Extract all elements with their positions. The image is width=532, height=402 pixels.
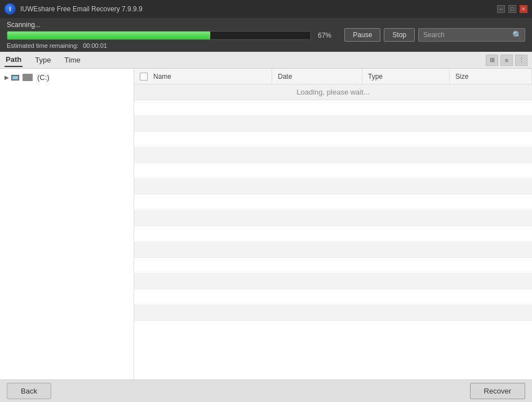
column-tabs: Path Type Time ⊞ ≡ ⋮	[0, 52, 532, 69]
table-row	[134, 289, 532, 305]
table-row	[134, 305, 532, 321]
app-logo: I	[5, 3, 16, 15]
size-column-header[interactable]: Size	[450, 69, 532, 84]
tab-type[interactable]: Type	[34, 53, 52, 66]
main-content: ▶ (C:) Name Date Type Size Loading, plea…	[0, 69, 532, 379]
loading-row: Loading, please wait...	[134, 84, 532, 100]
size-col-label: Size	[455, 73, 468, 81]
view-controls: ⊞ ≡ ⋮	[486, 55, 527, 66]
maximize-button[interactable]: □	[508, 5, 516, 13]
title-bar-left: I IUWEshare Free Email Recovery 7.9.9.9	[5, 3, 143, 15]
list-view-button[interactable]: ≡	[500, 55, 513, 66]
table-row	[134, 132, 532, 148]
toolbar: Scanning... 67% Estimated time remaining…	[0, 18, 532, 52]
scan-info: Scanning... 67% Estimated time remaining…	[7, 21, 338, 49]
detail-view-button[interactable]: ⋮	[515, 55, 527, 66]
table-row	[134, 226, 532, 242]
table-row	[134, 163, 532, 179]
stop-button[interactable]: Stop	[384, 28, 415, 42]
expand-arrow: ▶	[5, 74, 9, 81]
time-remaining: 00:00:01	[83, 42, 107, 49]
table-row	[134, 116, 532, 132]
recover-button[interactable]: Recover	[470, 383, 525, 399]
drive-item[interactable]: ▶ (C:)	[0, 71, 134, 84]
pause-button[interactable]: Pause	[344, 28, 380, 42]
search-input[interactable]	[418, 28, 525, 42]
right-panel: Name Date Type Size Loading, please wait…	[134, 69, 532, 379]
minimize-button[interactable]: –	[497, 5, 505, 13]
empty-rows-container	[134, 100, 532, 321]
progress-bar	[7, 31, 311, 40]
search-wrapper: 🔍	[418, 28, 525, 42]
table-row	[134, 211, 532, 226]
table-row	[134, 258, 532, 274]
table-row	[134, 148, 532, 163]
table-row	[134, 179, 532, 195]
app-title: IUWEshare Free Email Recovery 7.9.9.9	[20, 5, 143, 13]
table-row	[134, 274, 532, 289]
name-col-label: Name	[153, 73, 171, 81]
bottom-bar: Back Recover	[0, 379, 532, 402]
progress-bar-fill	[7, 32, 210, 39]
close-button[interactable]: ✕	[520, 5, 527, 13]
estimated-label: Estimated time remaining:	[7, 42, 78, 49]
monitor-icon	[11, 75, 19, 81]
toolbar-buttons: Pause Stop 🔍	[344, 28, 525, 42]
tab-time[interactable]: Time	[63, 53, 81, 66]
select-all-checkbox[interactable]	[140, 73, 148, 81]
drive-label: (C:)	[37, 73, 50, 82]
left-panel: ▶ (C:)	[0, 69, 134, 379]
tab-path[interactable]: Path	[5, 53, 23, 67]
grid-view-button[interactable]: ⊞	[486, 55, 498, 66]
back-button[interactable]: Back	[7, 383, 51, 399]
title-bar-controls: – □ ✕	[497, 5, 527, 13]
table-row	[134, 242, 532, 258]
scanning-label: Scanning...	[7, 21, 338, 29]
table-row	[134, 195, 532, 211]
name-column-header[interactable]: Name	[134, 69, 272, 84]
drive-icon	[23, 74, 33, 81]
loading-text: Loading, please wait...	[285, 77, 380, 108]
percent-label: 67%	[318, 32, 331, 39]
time-row: Estimated time remaining: 00:00:01	[7, 42, 338, 49]
title-bar: I IUWEshare Free Email Recovery 7.9.9.9 …	[0, 0, 532, 18]
